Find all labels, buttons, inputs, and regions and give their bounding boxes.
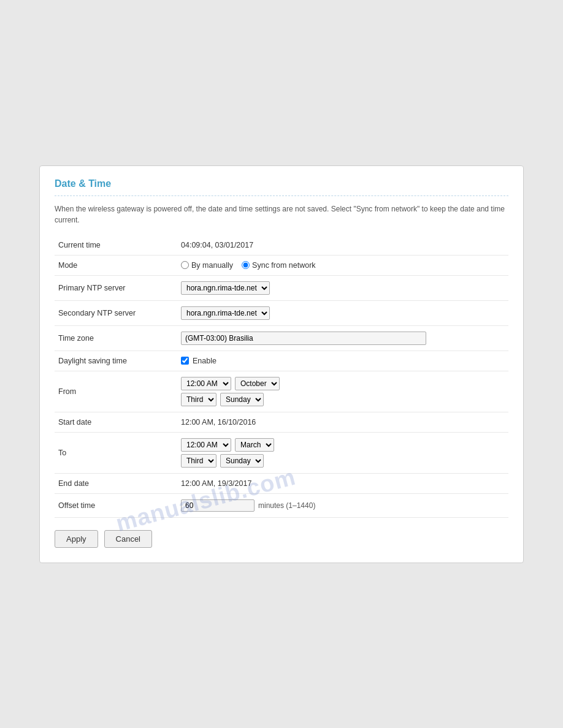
label-end-date: End date — [55, 473, 177, 493]
select-to-week[interactable]: Third — [181, 454, 216, 468]
checkbox-enable[interactable] — [181, 357, 189, 365]
row-timezone: Time zone — [55, 325, 508, 351]
value-start-date: 12:00 AM, 16/10/2016 — [177, 412, 508, 432]
select-from-day[interactable]: Sunday — [220, 393, 264, 406]
label-from: From — [55, 371, 177, 412]
label-offset-time: Offset time — [55, 493, 177, 517]
value-daylight: Enable — [177, 351, 508, 371]
label-daylight: Daylight saving time — [55, 351, 177, 371]
value-mode: By manually Sync from network — [177, 255, 508, 275]
row-from: From 12:00 AM October Third Sunday — [55, 371, 508, 412]
select-to-day[interactable]: Sunday — [220, 454, 264, 468]
row-current-time: Current time 04:09:04, 03/01/2017 — [55, 235, 508, 256]
label-mode: Mode — [55, 255, 177, 275]
apply-button[interactable]: Apply — [55, 530, 98, 548]
label-to: To — [55, 432, 177, 473]
value-end-date: 12:00 AM, 19/3/2017 — [177, 473, 508, 493]
checkbox-enable-label[interactable]: Enable — [181, 357, 505, 365]
input-timezone[interactable] — [181, 332, 426, 345]
offset-hint: minutes (1–1440) — [258, 501, 315, 510]
settings-table: Current time 04:09:04, 03/01/2017 Mode B… — [55, 235, 508, 518]
value-offset-time: minutes (1–1440) — [177, 493, 508, 517]
radio-manual[interactable] — [181, 261, 189, 269]
value-current-time: 04:09:04, 03/01/2017 — [177, 235, 508, 256]
row-mode: Mode By manually Sync from network — [55, 255, 508, 275]
label-primary-ntp: Primary NTP server — [55, 275, 177, 300]
radio-sync-label[interactable]: Sync from network — [242, 261, 316, 270]
row-secondary-ntp: Secondary NTP server hora.ngn.rima-tde.n… — [55, 300, 508, 325]
select-from-week[interactable]: Third — [181, 393, 216, 406]
label-secondary-ntp: Secondary NTP server — [55, 300, 177, 325]
label-timezone: Time zone — [55, 325, 177, 351]
select-from-time[interactable]: 12:00 AM — [181, 377, 231, 390]
select-secondary-ntp[interactable]: hora.ngn.rima-tde.net — [181, 306, 270, 320]
input-offset-time[interactable] — [181, 499, 255, 512]
row-daylight: Daylight saving time Enable — [55, 351, 508, 371]
value-timezone — [177, 325, 508, 351]
value-primary-ntp: hora.ngn.rima-tde.net — [177, 275, 508, 300]
select-to-month[interactable]: March — [235, 438, 274, 452]
select-primary-ntp[interactable]: hora.ngn.rima-tde.net — [181, 281, 270, 295]
date-time-panel: Date & Time When the wireless gateway is… — [39, 165, 524, 563]
panel-description: When the wireless gateway is powered off… — [55, 203, 508, 226]
select-to-time[interactable]: 12:00 AM — [181, 438, 231, 452]
row-end-date: End date 12:00 AM, 19/3/2017 — [55, 473, 508, 493]
checkbox-enable-text: Enable — [193, 357, 216, 365]
label-start-date: Start date — [55, 412, 177, 432]
row-start-date: Start date 12:00 AM, 16/10/2016 — [55, 412, 508, 432]
row-primary-ntp: Primary NTP server hora.ngn.rima-tde.net — [55, 275, 508, 300]
label-current-time: Current time — [55, 235, 177, 256]
value-to: 12:00 AM March Third Sunday — [177, 432, 508, 473]
value-from: 12:00 AM October Third Sunday — [177, 371, 508, 412]
radio-sync[interactable] — [242, 261, 250, 269]
radio-sync-text: Sync from network — [252, 261, 316, 270]
select-from-month[interactable]: October — [235, 377, 280, 390]
row-to: To 12:00 AM March Third Sunday — [55, 432, 508, 473]
cancel-button[interactable]: Cancel — [104, 530, 152, 548]
button-row: Apply Cancel — [55, 530, 508, 548]
radio-manual-text: By manually — [191, 261, 233, 270]
value-secondary-ntp: hora.ngn.rima-tde.net — [177, 300, 508, 325]
panel-title: Date & Time — [55, 178, 508, 196]
row-offset-time: Offset time minutes (1–1440) — [55, 493, 508, 517]
radio-manual-label[interactable]: By manually — [181, 261, 233, 270]
